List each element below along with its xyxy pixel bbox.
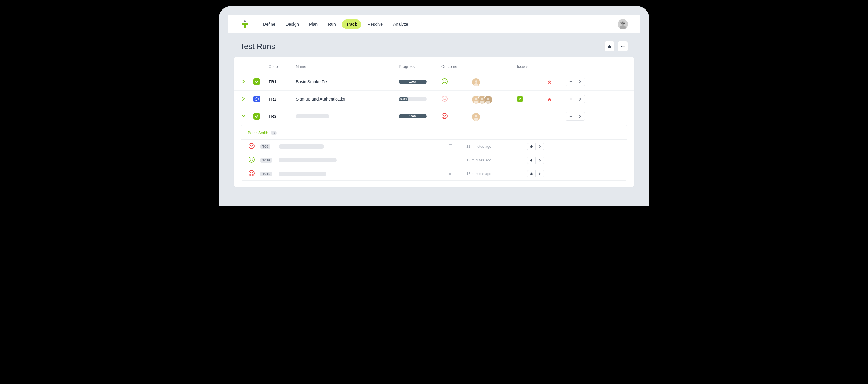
svg-point-63	[530, 159, 532, 161]
svg-point-31	[481, 97, 484, 100]
svg-point-0	[244, 20, 246, 22]
nav-analyze[interactable]: Analyze	[389, 20, 412, 29]
status-in-progress-icon	[253, 96, 260, 102]
assignee-tab[interactable]: Peter Smith 3	[246, 128, 278, 139]
svg-line-78	[532, 173, 533, 174]
run-code: TR1	[269, 79, 296, 84]
assignee-tab-label: Peter Smith	[248, 130, 268, 135]
report-bug-button[interactable]	[527, 157, 535, 164]
svg-point-12	[622, 46, 623, 47]
svg-point-61	[250, 159, 251, 160]
svg-point-34	[487, 97, 490, 100]
svg-point-48	[249, 143, 254, 149]
table-row[interactable]: TR1 Basic Smoke Test 100%	[234, 73, 634, 91]
pass-face-icon	[248, 156, 255, 163]
fail-face-icon	[441, 113, 448, 119]
testcase-row[interactable]: TC10 13 minutes ago	[241, 153, 627, 167]
report-bug-button[interactable]	[527, 170, 535, 178]
row-more-button[interactable]	[565, 112, 575, 121]
assignee-avatar[interactable]	[472, 78, 479, 86]
svg-point-14	[442, 79, 447, 84]
expand-toggle[interactable]	[241, 114, 253, 119]
svg-point-64	[531, 159, 532, 160]
user-avatar[interactable]	[618, 19, 628, 29]
row-open-button[interactable]	[575, 112, 585, 121]
svg-point-22	[571, 82, 572, 82]
assignee-avatar[interactable]	[472, 113, 479, 120]
stats-button[interactable]	[604, 41, 615, 52]
svg-point-49	[250, 145, 251, 146]
svg-point-24	[442, 96, 447, 101]
svg-point-25	[443, 97, 444, 98]
pass-face-icon	[441, 78, 448, 85]
nav-plan[interactable]: Plan	[305, 20, 322, 29]
table-header: Code Name Progress Outcome Issues	[234, 60, 634, 73]
table-row[interactable]: TR3 100%	[234, 108, 634, 125]
svg-point-37	[570, 99, 571, 99]
svg-point-75	[530, 173, 532, 175]
issue-count-badge[interactable]: 2	[517, 96, 523, 102]
svg-point-60	[249, 157, 254, 162]
svg-point-50	[252, 145, 253, 146]
svg-point-23	[255, 97, 258, 100]
nav-track[interactable]: Track	[342, 20, 362, 29]
run-name: Basic Smoke Test	[296, 79, 399, 84]
svg-point-21	[570, 82, 571, 82]
notes-icon	[448, 171, 453, 175]
fail-face-icon	[248, 170, 255, 177]
progress-bar: 33.3%	[399, 97, 427, 101]
testcase-row[interactable]: TC11 15 minutes ago	[241, 167, 627, 181]
run-detail-panel: Peter Smith 3 TC9 11 minutes ago TC10 13…	[241, 125, 627, 181]
row-more-button[interactable]	[565, 95, 575, 103]
open-testcase-button[interactable]	[535, 157, 544, 164]
priority-high-icon	[547, 97, 552, 101]
svg-point-41	[445, 115, 446, 116]
svg-line-56	[530, 146, 530, 147]
svg-point-28	[475, 97, 477, 100]
svg-point-36	[569, 99, 569, 99]
testcase-time: 11 minutes ago	[466, 145, 527, 149]
nav-define[interactable]: Define	[259, 20, 279, 29]
nav-design[interactable]: Design	[281, 20, 303, 29]
row-open-button[interactable]	[575, 95, 585, 103]
row-open-button[interactable]	[575, 77, 585, 86]
testcase-code: TC9	[260, 145, 270, 149]
more-button[interactable]	[618, 41, 628, 52]
svg-point-11	[621, 46, 622, 47]
expand-toggle[interactable]	[241, 96, 253, 102]
fail-face-icon	[248, 142, 255, 149]
svg-point-55	[531, 145, 532, 146]
svg-point-45	[569, 116, 569, 117]
svg-point-35	[486, 100, 490, 103]
run-code: TR3	[269, 114, 296, 119]
report-bug-button[interactable]	[527, 143, 535, 150]
row-more-button[interactable]	[565, 77, 575, 86]
svg-point-54	[530, 146, 532, 148]
svg-point-16	[445, 80, 446, 81]
progress-bar: 100%	[399, 114, 427, 119]
status-done-icon	[253, 113, 260, 120]
logo[interactable]	[240, 20, 250, 29]
svg-line-65	[530, 160, 530, 160]
testcase-name-placeholder	[279, 145, 324, 149]
svg-point-13	[624, 46, 625, 47]
priority-high-icon	[547, 79, 552, 84]
progress-bar: 100%	[399, 79, 427, 84]
col-issues: Issues	[517, 64, 547, 69]
col-code: Code	[269, 64, 296, 69]
svg-point-32	[480, 100, 484, 103]
svg-point-18	[475, 80, 477, 83]
testcase-time: 15 minutes ago	[466, 172, 527, 176]
testcase-row[interactable]: TC9 11 minutes ago	[241, 139, 627, 153]
table-row[interactable]: TR2 Sign-up and Authentication 33.3% 2	[234, 91, 634, 108]
page-title: Test Runs	[240, 42, 275, 51]
nav-resolve[interactable]: Resolve	[363, 20, 387, 29]
nav-run[interactable]: Run	[324, 20, 340, 29]
open-testcase-button[interactable]	[535, 170, 544, 178]
test-runs-panel: Code Name Progress Outcome Issues TR1 Ba…	[234, 57, 634, 187]
testcase-time: 13 minutes ago	[466, 158, 527, 162]
open-testcase-button[interactable]	[535, 143, 544, 150]
assignee-avatar[interactable]	[484, 95, 492, 103]
expand-toggle[interactable]	[241, 79, 253, 85]
svg-rect-2	[244, 23, 246, 28]
